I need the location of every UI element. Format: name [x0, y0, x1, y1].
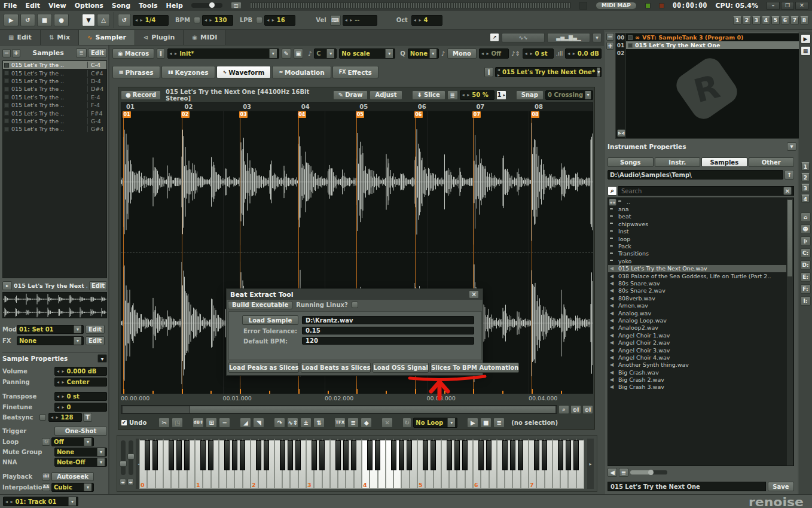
sort-icon[interactable]: ≡	[76, 48, 87, 57]
lpb-field[interactable]: 16	[264, 15, 295, 26]
path-field[interactable]: D:\Audio\Samples\Temp\	[608, 170, 783, 180]
bpm-checkbox[interactable]	[194, 17, 200, 23]
file-row[interactable]: ◀Angel Choir 1.wav	[608, 331, 786, 339]
slider-knob[interactable]	[120, 461, 127, 467]
black-key[interactable]	[200, 440, 206, 470]
dropdown-arrow[interactable]	[269, 49, 277, 58]
file-row[interactable]: ◀Amen.wav	[608, 302, 786, 309]
record-button[interactable]: ●	[54, 14, 69, 26]
prehear-options-icon[interactable]: ≡	[619, 468, 628, 477]
slice-marker-flag[interactable]: 08	[531, 111, 539, 118]
slice-marker-flag[interactable]: 04	[298, 111, 306, 118]
cut-icon[interactable]: ✂	[158, 418, 170, 428]
key-dropdown[interactable]: C	[314, 48, 337, 59]
sample-mute-checkbox[interactable]	[4, 87, 9, 92]
sample-bars-icon[interactable]: ‖	[484, 67, 493, 77]
play-button[interactable]: ▶	[4, 14, 19, 26]
slider-knob[interactable]	[209, 2, 215, 8]
browser-tab-samples[interactable]: Samples	[701, 157, 747, 167]
save-button[interactable]: Save	[768, 482, 794, 491]
folder-row[interactable]: Transitions	[608, 250, 786, 257]
browser-preset-3[interactable]: 3	[801, 184, 810, 192]
track-scopes-button[interactable]: ∿∿	[502, 33, 545, 42]
black-key[interactable]	[391, 440, 396, 470]
file-row[interactable]: ◀Analog Loop.wav	[608, 317, 786, 324]
slice-settings-icon[interactable]: ≣	[447, 90, 458, 100]
transpose-field[interactable]: 0 st	[54, 392, 107, 401]
black-key[interactable]	[240, 440, 245, 470]
folder-row[interactable]: Inst	[608, 228, 786, 235]
spinner-arrows[interactable]	[462, 92, 471, 98]
drive-C[interactable]: C:	[801, 248, 811, 258]
loop-release-icon[interactable]: ↻	[42, 438, 50, 446]
black-key[interactable]	[232, 440, 237, 470]
menu-song[interactable]: Song	[112, 2, 130, 10]
slider-knob[interactable]	[127, 454, 135, 460]
beatsync-mode-button[interactable]: T	[83, 413, 92, 422]
autoseek-button[interactable]: Autoseek	[51, 472, 94, 481]
black-key[interactable]	[312, 440, 317, 470]
invert-phase-icon[interactable]: ±	[300, 418, 312, 428]
rename-preset-icon[interactable]: ✎	[282, 48, 291, 59]
black-key[interactable]	[176, 440, 182, 470]
mute-group-dropdown[interactable]: None	[54, 448, 107, 457]
running-linux-checkbox[interactable]	[352, 302, 358, 308]
black-key[interactable]	[423, 440, 428, 470]
build-executable-button[interactable]: Build Executable	[228, 301, 292, 309]
home-icon[interactable]: ⌂	[801, 212, 811, 222]
dc-offset-icon[interactable]: −	[219, 418, 230, 428]
snap-button[interactable]: Snap	[516, 90, 544, 100]
spinner-arrows[interactable]	[170, 51, 178, 56]
tab-sampler[interactable]: ∿Sampler	[79, 30, 135, 45]
instrument-add-button[interactable]: +	[606, 42, 614, 50]
scrollbar-track[interactable]	[121, 405, 557, 414]
piano-keyboard[interactable]: 01234567	[139, 439, 584, 489]
browser-preset-4[interactable]: 4	[801, 194, 810, 203]
black-key[interactable]	[343, 440, 349, 470]
handle-end-button[interactable]	[579, 2, 587, 10]
slider-reset-left[interactable]: ◂▸	[120, 479, 126, 485]
black-key[interactable]	[295, 440, 301, 470]
black-key[interactable]	[375, 440, 380, 470]
loop-pattern-button[interactable]: ↺	[20, 14, 35, 26]
menu-view[interactable]: View	[48, 2, 66, 10]
spinner-arrows[interactable]	[135, 17, 144, 23]
browser-tab-other[interactable]: Other	[749, 157, 795, 167]
spinner-arrows[interactable]	[345, 17, 353, 23]
instrument-row[interactable]: ∞VST: SampleTank 3 (Program 0)⊲	[626, 34, 805, 41]
dialog-button-load-oss-signal[interactable]: Load OSS Signal	[373, 363, 429, 373]
folder-row[interactable]: Pack	[608, 242, 786, 250]
tab-plugin[interactable]: ⊲Plugin	[135, 30, 184, 45]
folder-row[interactable]: beat	[608, 213, 786, 220]
mod-edit-button[interactable]: Edit	[86, 325, 105, 334]
slider-reset-right[interactable]: ◂▸	[127, 479, 134, 485]
mod-dropdown[interactable]: 01: Set 01	[17, 325, 84, 334]
fade-out-icon[interactable]: ◥	[253, 418, 264, 428]
dropdown-arrow[interactable]	[97, 458, 105, 466]
menu-help[interactable]: Help	[166, 2, 183, 10]
beatsync-field[interactable]: 128	[48, 413, 82, 422]
process-menu-icon[interactable]: ≡	[347, 418, 359, 428]
wave-tab-modulation[interactable]: ≈Modulation	[272, 66, 331, 78]
black-key[interactable]	[566, 440, 571, 470]
pattern-button-2[interactable]: 2	[743, 16, 751, 25]
instr-volume-field[interactable]: 0.0 dB	[565, 48, 602, 59]
velocity-field[interactable]: --	[343, 15, 377, 26]
sample-list-item[interactable]: 015 Let's Try the ..C-4	[3, 61, 106, 69]
file-row[interactable]: ◀80s Snare 2.wav	[608, 287, 786, 294]
quantize-dropdown[interactable]: None	[408, 48, 439, 59]
dropdown-arrow[interactable]	[74, 337, 81, 345]
finetune-field[interactable]: 0	[54, 403, 107, 412]
autofade-icon[interactable]: ılıl	[42, 473, 50, 480]
file-row[interactable]: ◀Another Synth thing.wav	[608, 361, 786, 369]
apply-icon[interactable]: ◆	[361, 418, 372, 428]
slice-marker-flag[interactable]: 07	[472, 111, 481, 118]
clear-icon[interactable]: ✕	[381, 418, 393, 428]
sample-list-edit-button[interactable]: Edit	[88, 48, 107, 57]
zoom-out-icon[interactable]: ⊙I	[582, 405, 593, 414]
crossing-dropdown[interactable]: 0 Crossing	[545, 90, 593, 100]
slice-follow-button[interactable]: 1▸	[496, 90, 506, 100]
sample-mute-checkbox[interactable]	[4, 71, 9, 75]
preset-bars-icon[interactable]: ‖	[157, 48, 164, 59]
tfx-button[interactable]: TFX	[334, 418, 346, 428]
